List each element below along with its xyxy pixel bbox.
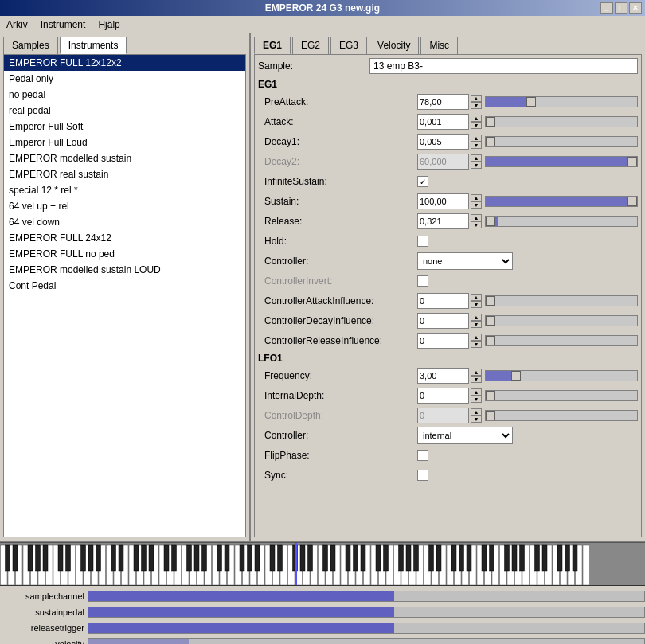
- list-item[interactable]: EMPEROR FULL 12x12x2: [4, 55, 245, 71]
- sustain-slider[interactable]: [485, 196, 638, 207]
- tab-misc[interactable]: Misc: [420, 37, 458, 54]
- menu-hjalp[interactable]: Hjälp: [95, 18, 123, 32]
- list-item[interactable]: 64 vel up + rel: [4, 198, 245, 214]
- samplechannel-bar-container[interactable]: [88, 591, 645, 602]
- controldepth-slider[interactable]: [485, 410, 638, 421]
- decay1-slider[interactable]: [485, 136, 638, 147]
- sync-checkbox[interactable]: [417, 470, 428, 481]
- releasetrigger-bar-container[interactable]: [88, 623, 645, 634]
- list-item[interactable]: special 12 * rel *: [4, 182, 245, 198]
- list-item[interactable]: EMPEROR real sustain: [4, 166, 245, 182]
- controllerreleaseinfluence-spinner[interactable]: ▲ ▼: [471, 334, 482, 348]
- list-item[interactable]: Emperor Full Soft: [4, 119, 245, 135]
- sustain-down[interactable]: ▼: [471, 201, 482, 209]
- maximize-button[interactable]: □: [615, 2, 627, 14]
- instrument-list[interactable]: EMPEROR FULL 12x12x2 Pedal only no pedal…: [3, 54, 246, 537]
- list-item[interactable]: real pedal: [4, 103, 245, 119]
- decay1-spinner[interactable]: ▲ ▼: [471, 135, 482, 149]
- tab-eg2[interactable]: EG2: [292, 37, 329, 54]
- cdi-slider[interactable]: [485, 315, 638, 326]
- tab-instruments[interactable]: Instruments: [60, 37, 127, 54]
- preattack-down[interactable]: ▼: [471, 102, 482, 109]
- freq-down[interactable]: ▼: [471, 376, 482, 383]
- cd-down[interactable]: ▼: [471, 416, 482, 423]
- menu-instrument[interactable]: Instrument: [37, 18, 89, 32]
- cai-up[interactable]: ▲: [471, 294, 482, 301]
- eg1-controller-select[interactable]: none internal: [417, 252, 513, 270]
- tab-velocity[interactable]: Velocity: [369, 37, 419, 54]
- release-slider[interactable]: [485, 216, 638, 227]
- tab-eg1[interactable]: EG1: [254, 37, 291, 54]
- hold-checkbox[interactable]: [417, 236, 428, 247]
- decay1-up[interactable]: ▲: [471, 135, 482, 142]
- cri-slider[interactable]: [485, 335, 638, 346]
- infinitesustain-checkbox[interactable]: ✓: [417, 176, 428, 187]
- list-item[interactable]: 64 vel down: [4, 214, 245, 230]
- release-spinner[interactable]: ▲ ▼: [471, 214, 482, 228]
- sustainpedal-bar-container[interactable]: [88, 607, 645, 618]
- controllerinvert-checkbox[interactable]: [417, 275, 428, 287]
- internaldepth-spinner[interactable]: ▲ ▼: [471, 388, 482, 403]
- minimize-button[interactable]: _: [600, 2, 613, 14]
- sustain-input[interactable]: [417, 193, 469, 209]
- list-item[interactable]: no pedal: [4, 87, 245, 103]
- decay2-slider[interactable]: [485, 156, 638, 167]
- cd-up[interactable]: ▲: [471, 408, 482, 416]
- flipphase-checkbox[interactable]: [417, 450, 428, 461]
- velocity-bar-container[interactable]: [88, 638, 645, 644]
- attack-input[interactable]: [417, 114, 469, 130]
- decay2-down[interactable]: ▼: [471, 162, 482, 169]
- piano-keyboard[interactable]: [0, 542, 645, 586]
- cri-down[interactable]: ▼: [471, 341, 482, 348]
- cdi-down[interactable]: ▼: [471, 321, 482, 328]
- controldepth-spinner[interactable]: ▲ ▼: [471, 408, 482, 423]
- list-item[interactable]: Emperor Full Loud: [4, 135, 245, 150]
- sustain-up[interactable]: ▲: [471, 194, 482, 201]
- list-item[interactable]: Pedal only: [4, 71, 245, 87]
- close-button[interactable]: ✕: [629, 2, 642, 14]
- controldepth-input[interactable]: [417, 408, 469, 423]
- controllerattackinfluence-input[interactable]: [417, 293, 469, 309]
- cri-up[interactable]: ▲: [471, 334, 482, 341]
- lfo1-controller-select[interactable]: internal none: [417, 427, 513, 444]
- frequency-spinner[interactable]: ▲ ▼: [471, 369, 482, 383]
- frequency-input[interactable]: [417, 368, 469, 384]
- release-up[interactable]: ▲: [471, 214, 482, 221]
- id-down[interactable]: ▼: [471, 396, 482, 403]
- internaldepth-input[interactable]: [417, 388, 469, 404]
- frequency-slider[interactable]: [485, 370, 638, 381]
- cai-slider[interactable]: [485, 295, 638, 306]
- cdi-up[interactable]: ▲: [471, 314, 482, 321]
- controllerdecayinfluence-input[interactable]: [417, 313, 469, 329]
- list-item[interactable]: EMPEROR FULL 24x12: [4, 230, 245, 246]
- preattack-input[interactable]: [417, 94, 469, 110]
- decay1-down[interactable]: ▼: [471, 142, 482, 149]
- release-down[interactable]: ▼: [471, 221, 482, 228]
- release-input[interactable]: [417, 213, 469, 229]
- tab-eg3[interactable]: EG3: [330, 37, 367, 54]
- preattack-slider[interactable]: [485, 96, 638, 107]
- attack-spinner[interactable]: ▲ ▼: [471, 115, 482, 129]
- controllerreleaseinfluence-input[interactable]: [417, 333, 469, 349]
- list-item[interactable]: EMPEROR modelled sustain: [4, 150, 245, 166]
- list-item[interactable]: Cont Pedal: [4, 278, 245, 294]
- internaldepth-slider[interactable]: [485, 390, 638, 401]
- preattack-up[interactable]: ▲: [471, 95, 482, 102]
- list-item[interactable]: EMPEROR modelled sustain LOUD: [4, 262, 245, 278]
- menu-arkiv[interactable]: Arkiv: [3, 18, 31, 32]
- decay2-spinner[interactable]: ▲ ▼: [471, 154, 482, 169]
- attack-slider[interactable]: [485, 116, 638, 127]
- decay1-input[interactable]: [417, 134, 469, 150]
- list-item[interactable]: EMPEROR FULL no ped: [4, 246, 245, 262]
- window-controls[interactable]: _ □ ✕: [600, 2, 642, 14]
- controllerdecayinfluence-spinner[interactable]: ▲ ▼: [471, 314, 482, 328]
- id-up[interactable]: ▲: [471, 388, 482, 396]
- decay2-up[interactable]: ▲: [471, 154, 482, 162]
- attack-up[interactable]: ▲: [471, 115, 482, 122]
- sustain-spinner[interactable]: ▲ ▼: [471, 194, 482, 209]
- sample-input[interactable]: [369, 58, 638, 74]
- controllerattackinfluence-spinner[interactable]: ▲ ▼: [471, 294, 482, 308]
- tab-samples[interactable]: Samples: [3, 37, 58, 54]
- cai-down[interactable]: ▼: [471, 301, 482, 308]
- decay2-input[interactable]: [417, 154, 469, 170]
